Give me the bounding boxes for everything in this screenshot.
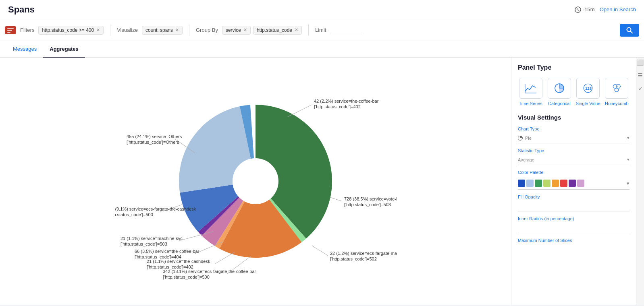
chart-type-value: Pie [525, 136, 625, 141]
svg-text:['http.status_code']=500: ['http.status_code']=500 [114, 212, 153, 217]
chart-type-chevron: ▾ [627, 135, 629, 141]
divider-2 [189, 25, 189, 36]
pie-chart-svg: 42 (2.2%) service=the-coffee-bar ['http.… [114, 76, 397, 286]
fill-opacity-label: Fill Opacity [518, 194, 629, 199]
color-swatch [543, 180, 551, 187]
filter-tag-status[interactable]: http.status_code >= 400 ✕ [38, 26, 104, 35]
panel-type-title: Panel Type [518, 64, 629, 71]
svg-text:['http.status_code']=402: ['http.status_code']=402 [147, 265, 193, 269]
time-series-icon [524, 82, 537, 95]
label-line-1 [288, 105, 312, 117]
groupby-label: Group By [196, 27, 218, 33]
panel-type-time-series[interactable]: Time Series [518, 78, 543, 106]
filters-label: Filters [20, 27, 34, 33]
label-coffee-bar-500: 342 (18.1%) service=ecs-fargate-the-coff… [163, 269, 256, 274]
groupby-tag-service[interactable]: service ✕ [222, 26, 251, 35]
header-right: -15m Open in Search [575, 6, 636, 13]
color-swatch [518, 180, 525, 187]
color-palette-selector[interactable]: ▾ [518, 177, 629, 190]
remove-visualize-btn[interactable]: ✕ [175, 27, 179, 33]
statistic-type-select[interactable]: Average ▾ [518, 155, 629, 165]
svg-text:['http.status_code']=Others: ['http.status_code']=Others [127, 140, 179, 145]
search-icon [626, 27, 633, 33]
limit-input[interactable] [330, 26, 362, 34]
svg-text:['http.status_code']=502: ['http.status_code']=502 [330, 256, 377, 261]
list-icon[interactable]: ☰ [638, 72, 643, 79]
groupby-tag-status-code[interactable]: http.status_code ✕ [253, 26, 302, 35]
visualize-label: Visualize [117, 27, 138, 33]
divider-1 [110, 25, 110, 36]
label-coffee-bar-404: 66 (3.5%) service=the-coffee-bar [135, 249, 199, 254]
time-badge[interactable]: -15m [575, 6, 595, 13]
time-value: -15m [583, 6, 595, 12]
color-palette-chevron: ▾ [627, 180, 629, 186]
visualize-tag[interactable]: count: spans ✕ [142, 26, 183, 35]
time-series-icon-box [519, 78, 542, 99]
pie-icon-small [518, 136, 523, 141]
remove-filter-btn[interactable]: ✕ [96, 27, 100, 33]
panel-type-honeycomb[interactable]: Honeycomb [604, 78, 629, 106]
svg-line-5 [631, 31, 633, 33]
header: Spans -15m Open in Search [0, 0, 644, 19]
single-value-icon-box: 123 [576, 78, 600, 99]
svg-text:['http.status_code']=402: ['http.status_code']=402 [314, 104, 361, 109]
remove-groupby-status-btn[interactable]: ✕ [295, 27, 298, 33]
fill-opacity-input[interactable]: 1 [518, 202, 629, 211]
svg-rect-1 [7, 28, 14, 29]
color-swatch [535, 180, 542, 187]
categorical-icon-box [548, 78, 571, 99]
search-button[interactable] [620, 24, 639, 37]
color-swatch [526, 180, 534, 187]
color-swatch [552, 180, 559, 187]
color-swatch [577, 180, 584, 187]
pie-chart-container: 42 (2.2%) service=the-coffee-bar ['http.… [8, 66, 503, 297]
page-title: Spans [8, 4, 35, 15]
label-line-machine-svc [312, 246, 328, 256]
monitor-icon[interactable]: ⬜ [637, 59, 644, 66]
tab-aggregates[interactable]: Aggregates [43, 41, 85, 58]
label-machine-svc-503: 21 (1.1%) service=machine-svc [120, 236, 183, 241]
statistic-type-label: Statistic Type [518, 148, 629, 153]
single-value-label: Single Value [576, 101, 600, 106]
label-others: 455 (24.1%) service=Others [127, 134, 182, 139]
tab-messages[interactable]: Messages [6, 41, 43, 58]
time-series-label: Time Series [519, 101, 542, 106]
honeycomb-icon [610, 82, 623, 95]
statistic-type-chevron: ▾ [627, 157, 629, 162]
divider-3 [308, 25, 309, 36]
svg-text:['http.status_code']=404: ['http.status_code']=404 [135, 254, 181, 259]
svg-text:['http.status_code']=503: ['http.status_code']=503 [120, 242, 167, 246]
categorical-label: Categorical [548, 101, 571, 106]
statistic-type-value: Average [518, 157, 627, 162]
right-panel: Panel Type Time Series [511, 58, 636, 305]
svg-text:123: 123 [585, 86, 592, 91]
color-palette-label: Color Palette [518, 170, 629, 175]
label-coffee-bar-402: 42 (2.2%) service=the-coffee-bar [314, 99, 379, 103]
panel-type-categorical[interactable]: Categorical [546, 78, 572, 106]
remove-groupby-service-btn[interactable]: ✕ [243, 27, 247, 33]
filter-icon-btn[interactable] [5, 26, 16, 34]
chart-type-label: Chart Type [518, 126, 629, 131]
panel-type-single-value[interactable]: 123 Single Value [575, 78, 601, 106]
label-line-vote-bot [330, 197, 342, 201]
visual-settings-title: Visual Settings [518, 114, 629, 121]
clock-icon [575, 6, 581, 13]
svg-marker-24 [615, 88, 619, 92]
inner-radius-input[interactable]: 30 [518, 223, 629, 233]
chart-type-select[interactable]: Pie ▾ [518, 134, 629, 143]
inner-radius-label: Inner Radius (in percentage) [518, 216, 629, 221]
tabs-bar: Messages Aggregates [0, 41, 644, 58]
open-in-search-link[interactable]: Open in Search [600, 6, 636, 12]
label-vote-bot: 728 (38.5%) service=vote-bot [344, 196, 397, 201]
filter-bar: Filters http.status_code >= 400 ✕ Visual… [0, 19, 644, 41]
collapse-icon[interactable]: ↙ [638, 85, 643, 91]
scrollbar-panel: ⬜ ☰ ↙ [636, 58, 644, 305]
panel-types-row: Time Series Categorical [518, 78, 629, 106]
svg-text:['http.status_code']=503: ['http.status_code']=503 [344, 202, 391, 207]
categorical-icon [553, 82, 566, 95]
color-swatch [560, 180, 567, 187]
max-slices-label: Maximum Number of Slices [518, 238, 629, 243]
single-value-icon: 123 [582, 82, 594, 95]
svg-marker-22 [613, 85, 617, 88]
label-machine-svc: 22 (1.2%) service=ecs-fargate-machine-sv… [330, 251, 397, 256]
